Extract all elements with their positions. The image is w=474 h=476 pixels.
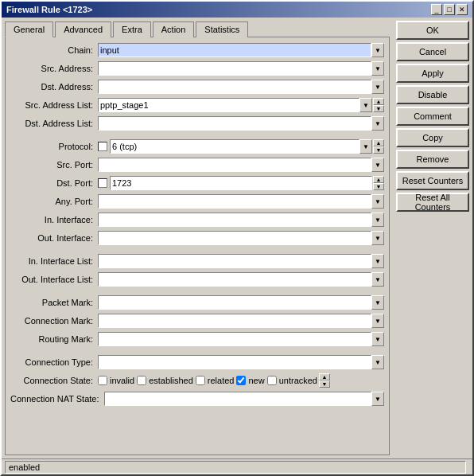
connection-nat-state-wrap: ▼ [104,392,385,406]
copy-button[interactable]: Copy [396,128,469,147]
connection-state-scroll-down[interactable]: ▼ [319,380,330,388]
src-address-input[interactable] [98,61,371,76]
in-interface-list-dropdown[interactable]: ▼ [371,254,384,268]
packet-mark-input[interactable] [98,295,371,310]
dst-port-checkbox[interactable] [98,178,107,188]
related-label: related [208,376,235,385]
dst-port-input[interactable] [110,176,372,190]
in-interface-row: In. Interface: ▼ [10,212,384,228]
connection-nat-state-row: Connection NAT State: ▼ [10,391,384,407]
src-port-input[interactable] [98,158,371,172]
new-label: new [248,376,264,385]
chain-dropdown-btn[interactable]: ▼ [371,43,384,57]
tab-statistics[interactable]: Statistics [196,21,248,37]
protocol-input[interactable] [110,139,359,154]
connection-mark-label: Connection Mark: [10,316,98,326]
packet-mark-dropdown[interactable]: ▼ [371,295,384,310]
tab-bar: General Advanced Extra Action Statistics [2,18,393,37]
minimize-button[interactable]: _ [431,4,442,15]
out-interface-input[interactable] [98,231,371,245]
src-address-list-scroll-up[interactable]: ▲ [373,98,384,105]
protocol-scroll: ▲ ▼ [373,139,384,154]
apply-button[interactable]: Apply [396,64,469,83]
packet-mark-row: Packet Mark: ▼ [10,295,384,310]
side-buttons-panel: OK Cancel Apply Disable Comment Copy Rem… [393,18,472,458]
content-area: General Advanced Extra Action Statistics… [2,18,472,458]
close-button[interactable]: ✕ [457,4,468,15]
connection-mark-dropdown[interactable]: ▼ [371,314,384,328]
connection-nat-state-dropdown[interactable]: ▼ [371,392,384,406]
invalid-checkbox[interactable] [98,376,107,385]
protocol-checkbox[interactable] [98,142,107,151]
related-checkbox[interactable] [196,376,205,385]
src-address-list-scroll-down[interactable]: ▼ [373,105,384,112]
out-interface-list-dropdown[interactable]: ▼ [371,272,384,287]
out-interface-row: Out. Interface: ▼ [10,230,384,246]
connection-mark-input[interactable] [98,314,371,328]
routing-mark-dropdown[interactable]: ▼ [371,332,384,346]
untracked-checkbox[interactable] [267,376,277,385]
src-address-label: Src. Address: [10,64,98,73]
new-checkbox[interactable] [236,376,246,385]
dst-address-label: Dst. Address: [10,82,98,92]
src-address-list-input[interactable] [98,98,359,112]
tab-general[interactable]: General [5,21,53,37]
established-checkbox[interactable] [137,376,146,385]
tab-content-general: Chain: ▼ Src. Address: ▼ Dst. [5,37,390,455]
reset-counters-button[interactable]: Reset Counters [396,171,469,190]
dst-address-dropdown[interactable]: ▼ [371,80,384,94]
connection-state-checkboxes: invalid established related new untracke… [98,376,317,385]
dst-address-list-input[interactable] [98,116,371,131]
ok-button[interactable]: OK [396,21,469,40]
firewall-rule-window: Firewall Rule <1723> _ □ ✕ General Advan… [0,0,474,476]
connection-nat-state-input[interactable] [104,392,372,406]
connection-state-wrap: invalid established related new untracke… [98,373,384,388]
src-address-list-scroll: ▲ ▼ [373,98,384,112]
connection-state-scroll-up[interactable]: ▲ [319,373,330,380]
chain-input[interactable] [98,43,371,57]
protocol-scroll-down[interactable]: ▼ [373,146,384,154]
dst-address-list-row: Dst. Address List: ▼ [10,115,384,131]
protocol-dropdown[interactable]: ▼ [359,139,372,154]
routing-mark-input[interactable] [98,332,371,346]
src-address-wrap: ▼ [98,61,384,76]
dst-address-list-label: Dst. Address List: [10,119,98,128]
out-interface-list-input[interactable] [98,272,371,287]
any-port-dropdown[interactable]: ▼ [371,194,384,209]
dst-port-scroll-up[interactable]: ▲ [373,176,384,183]
dst-port-scroll: ▲ ▼ [373,176,384,190]
dst-address-list-wrap: ▼ [98,116,384,131]
disable-button[interactable]: Disable [396,85,469,104]
cancel-button[interactable]: Cancel [396,42,469,61]
tab-action[interactable]: Action [153,21,195,37]
reset-all-counters-button[interactable]: Reset All Counters [396,193,469,212]
any-port-label: Any. Port: [10,197,98,206]
src-address-dropdown[interactable]: ▼ [371,61,384,76]
connection-mark-row: Connection Mark: ▼ [10,313,384,329]
protocol-scroll-up[interactable]: ▲ [373,139,384,146]
protocol-label: Protocol: [10,142,98,151]
src-address-list-dropdown[interactable]: ▼ [359,98,372,112]
in-interface-input[interactable] [98,213,371,227]
packet-mark-label: Packet Mark: [10,298,98,307]
in-interface-dropdown[interactable]: ▼ [371,213,384,227]
remove-button[interactable]: Remove [396,150,469,169]
maximize-button[interactable]: □ [444,4,455,15]
untracked-label: untracked [279,376,317,385]
dst-address-wrap: ▼ [98,80,384,94]
src-port-dropdown[interactable]: ▼ [371,158,384,172]
any-port-row: Any. Port: ▼ [10,193,384,209]
tab-extra[interactable]: Extra [113,21,151,37]
connection-type-dropdown[interactable]: ▼ [371,355,384,369]
src-address-row: Src. Address: ▼ [10,60,384,76]
any-port-input[interactable] [98,194,371,209]
dst-address-list-dropdown[interactable]: ▼ [371,116,384,131]
dst-port-wrap: ▲ ▼ [98,176,384,190]
out-interface-dropdown[interactable]: ▼ [371,231,384,245]
dst-address-input[interactable] [98,80,371,94]
in-interface-list-input[interactable] [98,254,371,268]
comment-button[interactable]: Comment [396,107,469,126]
tab-advanced[interactable]: Advanced [55,21,111,37]
connection-type-input[interactable] [98,355,371,369]
dst-port-scroll-down[interactable]: ▼ [373,183,384,190]
